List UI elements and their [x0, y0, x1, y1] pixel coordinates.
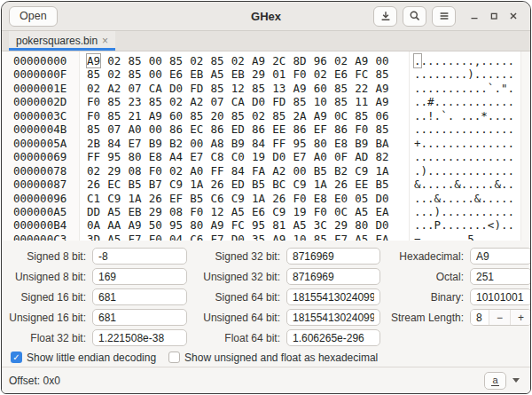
ascii-char[interactable]: .	[441, 122, 448, 136]
main-menu-button[interactable]	[432, 6, 456, 27]
hex-byte[interactable]: 00	[376, 54, 389, 67]
ascii-char[interactable]: .	[427, 54, 434, 67]
ascii-char[interactable]: .	[467, 218, 474, 232]
character-encoding-button[interactable]: a	[484, 372, 506, 390]
hex-byte[interactable]: 85	[355, 109, 368, 122]
hex-byte[interactable]: EB	[190, 67, 203, 81]
hex-byte[interactable]: 85	[334, 82, 348, 95]
hex-byte[interactable]: DD	[87, 205, 100, 218]
ascii-char[interactable]: .	[427, 82, 434, 95]
ascii-char[interactable]: .	[421, 150, 428, 163]
ascii-char[interactable]: .	[494, 150, 501, 163]
hex-byte[interactable]: 29	[107, 164, 121, 178]
ascii-char[interactable]: .	[494, 109, 501, 122]
hex-byte[interactable]: 12	[211, 205, 224, 218]
checkbox[interactable]: ✓	[168, 352, 180, 363]
hex-byte[interactable]: ED	[231, 122, 245, 136]
hex-byte[interactable]: 85	[169, 54, 183, 67]
hex-byte[interactable]: C1	[87, 192, 100, 205]
ascii-char[interactable]: .	[441, 150, 448, 163]
ascii-char[interactable]: .	[427, 150, 434, 163]
hex-byte[interactable]: FF	[87, 150, 100, 163]
ascii-char[interactable]: .	[481, 233, 488, 241]
ascii-char[interactable]: .	[427, 178, 434, 191]
hex-byte[interactable]: C9	[231, 192, 245, 205]
hex-byte[interactable]: E8	[334, 137, 348, 150]
ascii-char[interactable]: .	[454, 137, 461, 150]
ascii-char[interactable]: .	[507, 67, 514, 81]
ascii-char[interactable]: .	[427, 164, 434, 178]
hex-byte[interactable]: EC	[107, 178, 121, 191]
hex-byte[interactable]: A5	[211, 67, 224, 81]
maximize-button[interactable]	[484, 6, 504, 26]
ascii-char[interactable]: .	[414, 164, 421, 178]
hex-byte[interactable]: A5	[107, 205, 121, 218]
hex-byte[interactable]: A5	[293, 218, 307, 232]
hex-byte[interactable]: 95	[169, 218, 183, 232]
ascii-char[interactable]: .	[421, 178, 428, 191]
ascii-char[interactable]: !	[427, 109, 434, 122]
ascii-char[interactable]: *	[481, 109, 488, 122]
hex-byte[interactable]: C9	[107, 192, 121, 205]
hex-byte[interactable]: 80	[314, 137, 327, 150]
hex-byte[interactable]: 85	[314, 233, 327, 241]
checkbox-option[interactable]: ✓Show unsigned and float as hexadecimal	[168, 352, 378, 364]
hex-byte[interactable]: A9	[149, 109, 162, 122]
hex-byte[interactable]: 19	[252, 150, 265, 163]
ascii-char[interactable]: .	[434, 95, 442, 108]
hex-byte[interactable]: 85	[211, 54, 224, 67]
hex-byte[interactable]: 2C	[272, 54, 286, 67]
hex-byte[interactable]: E7	[129, 137, 142, 150]
hex-byte[interactable]: 1A	[376, 164, 389, 178]
ascii-char[interactable]: .	[454, 95, 461, 108]
hex-byte[interactable]: D0	[231, 233, 245, 241]
ascii-char[interactable]: +	[414, 137, 421, 150]
ascii-char[interactable]: .	[427, 192, 434, 205]
conversion-input[interactable]	[286, 268, 380, 285]
hex-byte[interactable]: A5	[107, 233, 121, 241]
hex-byte[interactable]: 02	[334, 54, 348, 67]
hex-byte[interactable]: A2	[107, 82, 121, 95]
ascii-char[interactable]: .	[414, 122, 421, 136]
ascii-char[interactable]: .	[421, 67, 428, 81]
hex-byte[interactable]: A9	[376, 95, 389, 108]
ascii-char[interactable]: .	[441, 192, 448, 205]
hex-byte[interactable]: 07	[107, 122, 121, 136]
hex-byte[interactable]: 00	[149, 122, 162, 136]
ascii-char[interactable]: .	[494, 164, 501, 178]
ascii-char[interactable]: 5	[467, 233, 474, 241]
conversion-input[interactable]	[470, 248, 531, 265]
hex-byte[interactable]: 84	[107, 137, 121, 150]
hex-byte[interactable]: B5	[190, 192, 203, 205]
hex-byte[interactable]: 1A	[190, 178, 203, 191]
hex-byte[interactable]: D0	[252, 95, 265, 108]
hex-byte[interactable]: 85	[231, 109, 245, 122]
hex-byte[interactable]: EB	[129, 205, 142, 218]
ascii-char[interactable]: .	[414, 95, 421, 108]
hex-byte[interactable]: 85	[107, 109, 121, 122]
hex-byte[interactable]: 06	[376, 109, 389, 122]
ascii-char[interactable]: .	[467, 205, 474, 218]
hex-byte[interactable]: F0	[149, 233, 162, 241]
hex-byte[interactable]: 02	[169, 95, 183, 108]
conversion-input[interactable]	[92, 288, 187, 305]
conversion-input[interactable]	[470, 288, 531, 305]
ascii-char[interactable]: .	[441, 164, 448, 178]
hex-byte[interactable]: 84	[252, 137, 265, 150]
hex-byte[interactable]: 26	[87, 178, 100, 191]
ascii-char[interactable]: .	[454, 122, 461, 136]
hex-byte[interactable]: E7	[190, 150, 203, 163]
ascii-char[interactable]: .	[434, 178, 442, 191]
ascii-char[interactable]: .	[414, 205, 421, 218]
ascii-char[interactable]: .	[414, 67, 421, 81]
hex-byte[interactable]: 26	[149, 192, 162, 205]
hex-byte[interactable]: EC	[190, 122, 203, 136]
ascii-char[interactable]: .	[507, 137, 514, 150]
ascii-char[interactable]: .	[421, 233, 428, 241]
hex-byte[interactable]: C9	[169, 178, 183, 191]
hex-byte[interactable]: F0	[190, 205, 203, 218]
ascii-char[interactable]: .	[441, 233, 448, 241]
hex-byte[interactable]: A9	[376, 82, 389, 95]
hex-byte[interactable]: 85	[149, 95, 162, 108]
ascii-char[interactable]: .	[481, 178, 488, 191]
